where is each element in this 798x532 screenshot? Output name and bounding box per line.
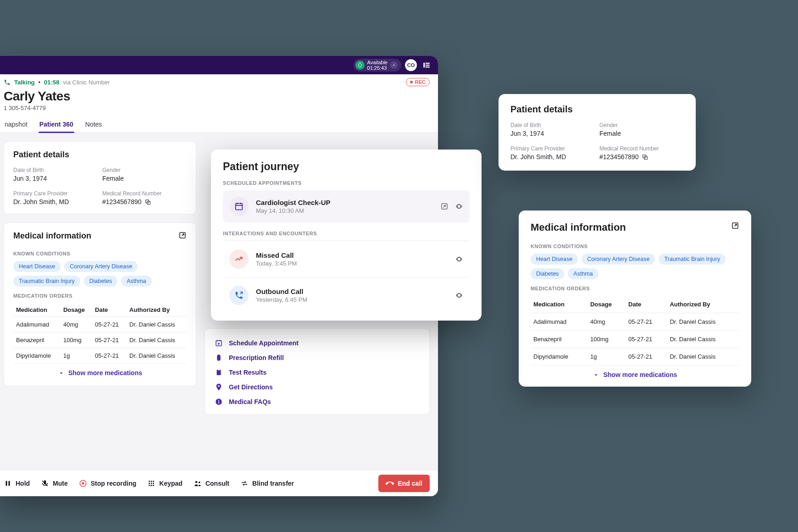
condition-chip[interactable]: Heart Disease [531, 254, 578, 265]
patient-header: Carly Yates 1 305-574-4779 [0, 88, 438, 116]
clipboard-icon [214, 368, 223, 377]
svg-rect-19 [82, 482, 84, 484]
end-call-button[interactable]: End call [378, 475, 430, 492]
location-pin-icon [214, 383, 223, 391]
consult-button[interactable]: Consult [194, 479, 229, 488]
availability-timer: 01:25:43 [367, 65, 388, 71]
missed-call-icon [229, 249, 249, 269]
medication-table: Medication Dosage Date Authorized By Ada… [531, 296, 739, 366]
condition-chip[interactable]: Traumatic Brain Injury [13, 276, 80, 287]
interaction-outbound-call[interactable]: Outbound Call Yesterday, 6:45 PM [223, 279, 470, 311]
call-state: Talking [14, 79, 35, 86]
condition-chip[interactable]: Diabetes [531, 268, 564, 279]
table-row: Adalimumad 40mg 05-27-21 Dr. Daniel Cass… [531, 313, 739, 331]
tab-patient-360[interactable]: Patient 360 [39, 118, 74, 133]
call-via: via Clinic Number [63, 79, 110, 86]
quick-action-refill[interactable]: Prescription Refill [214, 354, 420, 362]
svg-point-30 [199, 481, 200, 483]
quick-action-schedule[interactable]: Schedule Appointment [214, 339, 420, 347]
quick-action-directions[interactable]: Get Directions [214, 383, 420, 391]
dob-value: Jun 3, 1974 [13, 175, 98, 182]
eye-icon[interactable] [455, 255, 463, 263]
appointment-title: Cardiologist Check-UP [256, 199, 433, 206]
condition-chip[interactable]: Diabetes [84, 276, 117, 287]
calendar-add-icon [214, 339, 223, 347]
svg-point-26 [149, 485, 150, 486]
pause-icon [4, 479, 12, 488]
user-avatar[interactable]: CO [405, 59, 417, 71]
availability-status-icon [355, 61, 365, 70]
interaction-title: Outbound Call [256, 288, 448, 295]
patient-phone: 1 305-574-4779 [4, 105, 430, 111]
svg-point-20 [149, 481, 150, 482]
condition-chip[interactable]: Traumatic Brain Injury [659, 254, 726, 265]
pcp-label: Primary Care Provider [510, 145, 595, 152]
card-medical-info: Medical information KNOWN CONDITIONS Hea… [4, 222, 196, 386]
stop-recording-button[interactable]: Stop recording [79, 479, 137, 488]
patient-name: Carly Yates [4, 89, 430, 104]
mrn-value: #1234567890 [599, 153, 639, 161]
col-authorized-by: Authorized By [667, 296, 739, 313]
condition-chip[interactable]: Asthma [568, 268, 598, 279]
condition-chip[interactable]: Coronary Artery Disease [64, 261, 138, 272]
hold-button[interactable]: Hold [4, 479, 30, 488]
gender-label: Gender [599, 122, 684, 128]
condition-chip[interactable]: Asthma [121, 276, 151, 287]
quick-action-tests[interactable]: Test Results [214, 368, 420, 377]
svg-rect-10 [218, 369, 220, 371]
svg-point-25 [153, 482, 154, 484]
tab-bar: napshot Patient 360 Notes [0, 116, 438, 133]
svg-point-29 [195, 481, 198, 483]
copy-icon[interactable] [144, 199, 151, 205]
table-row: Dipyridamole 1g 05-27-21 Dr. Daniel Cass… [531, 348, 739, 366]
condition-chip[interactable]: Heart Disease [13, 261, 61, 272]
card-quick-actions: Schedule Appointment Prescription Refill… [205, 328, 430, 415]
card-title: Patient journey [223, 161, 470, 173]
svg-point-35 [459, 295, 460, 296]
keypad-button[interactable]: Keypad [147, 479, 183, 488]
svg-point-24 [151, 482, 152, 484]
svg-rect-13 [218, 401, 219, 404]
gender-value: Female [599, 130, 684, 137]
outbound-call-icon [229, 286, 249, 305]
chevron-down-icon [58, 370, 65, 377]
tab-notes[interactable]: Notes [84, 118, 103, 133]
quick-action-faqs[interactable]: Medical FAQs [214, 398, 420, 406]
svg-rect-9 [217, 370, 221, 375]
popout-icon[interactable] [178, 231, 187, 239]
dob-label: Date of Birth [510, 122, 595, 128]
interaction-time: Today, 3:45 PM [256, 260, 448, 267]
svg-point-11 [218, 385, 220, 387]
svg-rect-2 [426, 65, 430, 66]
show-more-medications[interactable]: Show more medications [531, 366, 739, 379]
stop-record-icon [79, 479, 87, 488]
eye-icon[interactable] [455, 291, 463, 299]
table-row: Adalimumad 40mg 05-27-21 Dr. Daniel Cass… [13, 317, 187, 332]
svg-rect-16 [9, 481, 10, 486]
popout-icon[interactable] [731, 222, 739, 230]
interaction-missed-call[interactable]: Missed Call Today, 3:45 PM [223, 243, 470, 275]
gender-value: Female [102, 175, 187, 182]
col-dosage: Dosage [587, 296, 626, 313]
eye-icon[interactable] [455, 202, 463, 211]
tab-snapshot[interactable]: napshot [4, 118, 28, 133]
appointment-row[interactable]: Cardiologist Check-UP May 14, 10:30 AM [223, 190, 470, 222]
open-icon[interactable] [440, 202, 449, 211]
condition-chip[interactable]: Coronary Artery Disease [582, 254, 655, 265]
svg-point-33 [459, 206, 460, 207]
svg-rect-31 [236, 204, 243, 210]
dob-label: Date of Birth [13, 167, 98, 173]
gender-label: Gender [102, 167, 187, 173]
panel-toggle-icon[interactable] [421, 59, 432, 71]
medication-orders-label: MEDICATION ORDERS [13, 293, 187, 299]
blind-transfer-button[interactable]: Blind transfer [240, 479, 294, 488]
recording-badge: REC [406, 78, 430, 86]
show-more-medications[interactable]: Show more medications [13, 364, 187, 377]
scheduled-appointments-label: SCHEDULED APPOINTMENTS [223, 180, 470, 186]
copy-icon[interactable] [642, 154, 648, 161]
card-title: Medical information [13, 231, 91, 241]
col-authorized-by: Authorized By [127, 303, 187, 317]
mute-button[interactable]: Mute [41, 479, 68, 488]
availability-pill[interactable]: Available 01:25:43 [354, 59, 401, 72]
chevron-down-icon[interactable] [390, 61, 398, 69]
